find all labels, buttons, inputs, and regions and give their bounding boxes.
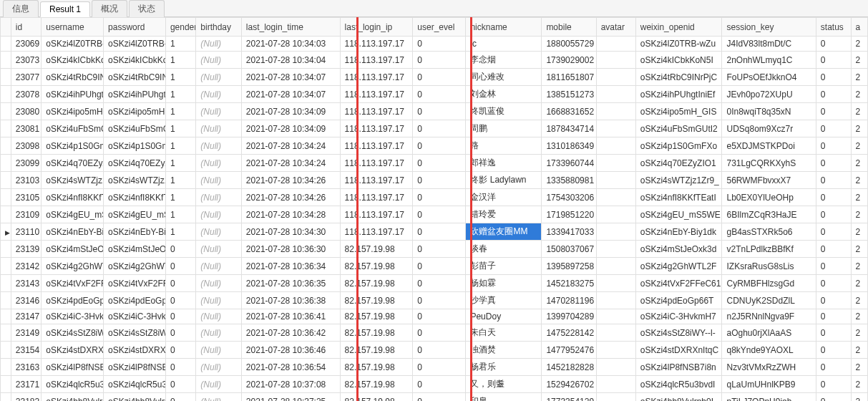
cell-user_level[interactable]: 0 [413, 342, 466, 359]
cell-username[interactable]: oSKzi4ihPUhgt [42, 86, 104, 103]
tab-信息[interactable]: 信息 [3, 0, 39, 17]
cell-extra[interactable]: 2 [851, 189, 867, 206]
table-row[interactable]: 23098oSKzi4p1S0GmoSKzi4p1S0Gm1(Null)2021… [1, 137, 868, 155]
cell-extra[interactable]: 2 [851, 292, 867, 309]
cell-password[interactable]: oSKzi4lZ0TRB- [104, 37, 166, 52]
cell-mobile[interactable]: 1754303206 [542, 189, 596, 206]
cell-avatar[interactable] [596, 172, 635, 189]
cell-gender[interactable]: 0 [165, 309, 195, 324]
col-header-status[interactable]: status [816, 18, 851, 37]
cell-username[interactable]: oSKzi4lZ0TRB- [42, 37, 104, 52]
cell-session_key[interactable]: q8kYnde9YAOXL [722, 342, 816, 359]
cell-extra[interactable]: 2 [851, 241, 867, 258]
cell-status[interactable]: 0 [816, 86, 851, 103]
cell-status[interactable]: 0 [816, 376, 851, 393]
cell-status[interactable]: 0 [816, 292, 851, 309]
cell-birthday[interactable]: (Null) [196, 69, 242, 86]
cell-avatar[interactable] [596, 223, 635, 241]
cell-avatar[interactable] [596, 137, 635, 155]
cell-extra[interactable]: 2 [851, 172, 867, 189]
cell-nickname[interactable]: 杨君乐 [466, 359, 542, 376]
cell-mobile[interactable]: 1719851220 [542, 206, 596, 223]
cell-nickname[interactable]: 印泉 [466, 393, 542, 402]
cell-extra[interactable]: 2 [851, 37, 867, 52]
cell-birthday[interactable]: (Null) [196, 258, 242, 275]
cell-session_key[interactable]: gB4asSTXRk5o6 [722, 223, 816, 241]
col-header-extra[interactable]: a [851, 18, 867, 37]
cell-username[interactable]: oSKzi4lP8fNSB [42, 359, 104, 376]
cell-last_login_ip[interactable]: 82.157.19.98 [340, 275, 413, 292]
table-row[interactable]: 23109oSKzi4gEU_mSoSKzi4gEU_mS1(Null)2021… [1, 206, 868, 223]
cell-gender[interactable]: 1 [165, 52, 195, 69]
cell-birthday[interactable]: (Null) [196, 37, 242, 52]
cell-birthday[interactable]: (Null) [196, 324, 242, 342]
cell-last_login_ip[interactable]: 118.113.197.17 [340, 37, 413, 52]
cell-extra[interactable]: 2 [851, 223, 867, 241]
cell-user_level[interactable]: 0 [413, 137, 466, 155]
cell-avatar[interactable] [596, 155, 635, 172]
cell-extra[interactable]: 2 [851, 155, 867, 172]
cell-password[interactable]: oSKzi4ipo5mH [104, 103, 166, 120]
cell-last_login_ip[interactable]: 82.157.19.98 [340, 258, 413, 275]
cell-birthday[interactable]: (Null) [196, 342, 242, 359]
cell-weixin_openid[interactable]: oSKzi4nEbY-Biy1dk [635, 223, 722, 241]
cell-password[interactable]: oSKzi4nEbY-Biy [104, 223, 166, 241]
cell-extra[interactable]: 2 [851, 324, 867, 342]
cell-nickname[interactable]: 又，则耋 [466, 376, 542, 393]
cell-username[interactable]: oSKzi4hh8Vulrp [42, 393, 104, 402]
cell-last_login_time[interactable]: 2021-07-28 10:34:26 [241, 189, 340, 206]
cell-mobile[interactable]: 1470281196 [542, 292, 596, 309]
cell-mobile[interactable]: 1475228142 [542, 324, 596, 342]
cell-last_login_ip[interactable]: 118.113.197.17 [340, 172, 413, 189]
cell-mobile[interactable]: 1668831652 [542, 103, 596, 120]
cell-id[interactable]: 23078 [11, 86, 41, 103]
cell-weixin_openid[interactable]: oSKzi4sWTZjz1Zr9_ [635, 172, 722, 189]
cell-birthday[interactable]: (Null) [196, 359, 242, 376]
cell-session_key[interactable]: n2J5RNnlNgva9F [722, 309, 816, 324]
cell-gender[interactable]: 0 [165, 275, 195, 292]
table-row[interactable]: 23149oSKzi4sStZ8iWoSKzi4sStZ8iW0(Null)20… [1, 324, 868, 342]
cell-username[interactable]: oSKzi4qlcR5u3 [42, 376, 104, 393]
cell-id[interactable]: 23147 [11, 309, 41, 324]
cell-birthday[interactable]: (Null) [196, 223, 242, 241]
cell-avatar[interactable] [596, 241, 635, 258]
cell-status[interactable]: 0 [816, 69, 851, 86]
cell-extra[interactable]: 2 [851, 103, 867, 120]
cell-username[interactable]: oSKzi4sWTZjz1 [42, 172, 104, 189]
cell-last_login_ip[interactable]: 118.113.197.17 [340, 52, 413, 69]
cell-extra[interactable]: 2 [851, 52, 867, 69]
cell-id[interactable]: 23109 [11, 206, 41, 223]
cell-mobile[interactable]: 1452182828 [542, 359, 596, 376]
cell-nickname[interactable]: 谈春 [466, 241, 542, 258]
cell-mobile[interactable]: 1395897258 [542, 258, 596, 275]
cell-last_login_ip[interactable]: 118.113.197.17 [340, 223, 413, 241]
cell-session_key[interactable]: 56RWMFbvxxX7 [722, 172, 816, 189]
cell-avatar[interactable] [596, 37, 635, 52]
cell-extra[interactable]: 2 [851, 258, 867, 275]
cell-mobile[interactable]: 1385151273 [542, 86, 596, 103]
cell-last_login_time[interactable]: 2021-07-28 10:34:24 [241, 155, 340, 172]
cell-weixin_openid[interactable]: oSKzi4pdEoGp66T [635, 292, 722, 309]
cell-session_key[interactable]: 0In8wqiT8q35xN [722, 103, 816, 120]
cell-nickname[interactable]: 终凯蓝俊 [466, 103, 542, 120]
table-row[interactable]: 23147oSKzi4iC-3HvkoSKzi4iC-3Hvk0(Null)20… [1, 309, 868, 324]
cell-avatar[interactable] [596, 359, 635, 376]
cell-last_login_ip[interactable]: 82.157.19.98 [340, 324, 413, 342]
cell-avatar[interactable] [596, 258, 635, 275]
cell-password[interactable]: oSKzi4tRbC9IN [104, 69, 166, 86]
cell-status[interactable]: 0 [816, 241, 851, 258]
cell-user_level[interactable]: 0 [413, 52, 466, 69]
cell-gender[interactable]: 1 [165, 103, 195, 120]
cell-extra[interactable]: 2 [851, 86, 867, 103]
cell-gender[interactable]: 1 [165, 206, 195, 223]
cell-password[interactable]: oSKzi4qlcR5u3 [104, 376, 166, 393]
cell-status[interactable]: 0 [816, 189, 851, 206]
cell-user_level[interactable]: 0 [413, 37, 466, 52]
cell-mobile[interactable]: 1335880981 [542, 172, 596, 189]
cell-nickname[interactable]: PeuDoy [466, 309, 542, 324]
cell-avatar[interactable] [596, 86, 635, 103]
cell-status[interactable]: 0 [816, 103, 851, 120]
tab-result-1[interactable]: Result 1 [40, 1, 90, 17]
cell-id[interactable]: 23143 [11, 275, 41, 292]
cell-id[interactable]: 23154 [11, 342, 41, 359]
